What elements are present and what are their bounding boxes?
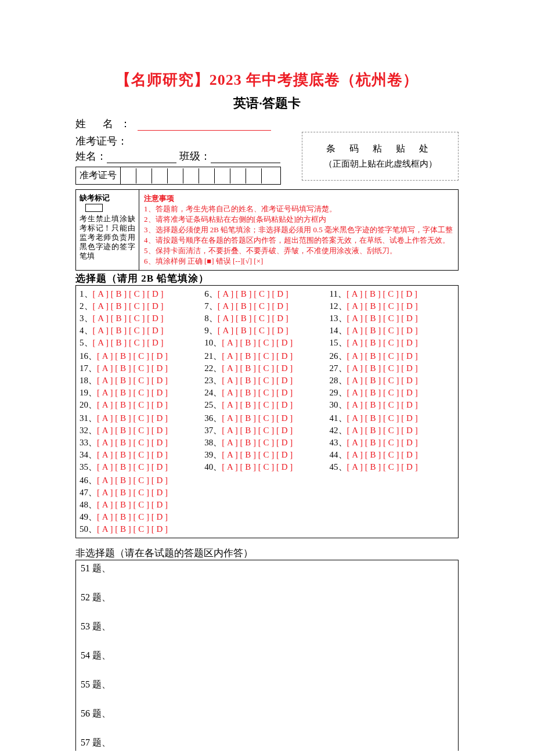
mc-question-row[interactable]: 32、[ A ] [ B ] [ C ] [ D ]: [80, 424, 204, 437]
mc-question-row[interactable]: 39、[ A ] [ B ] [ C ] [ D ]: [204, 449, 329, 461]
mc-question-row[interactable]: 15、[ A ] [ B ] [ C ] [ D ]: [330, 337, 454, 349]
nonmc-question-row[interactable]: 56 题、: [81, 708, 453, 719]
mc-question-row[interactable]: 29、[ A ] [ B ] [ C ] [ D ]: [330, 387, 454, 399]
mc-question-row[interactable]: 40、[ A ] [ B ] [ C ] [ D ]: [204, 461, 329, 473]
name-class-row: 姓名： 班级：: [75, 149, 290, 163]
mc-question-row[interactable]: 17、[ A ] [ B ] [ C ] [ D ]: [80, 362, 204, 375]
page-title: 【名师研究】2023 年中考摸底卷（杭州卷）: [75, 70, 459, 90]
mc-question-row[interactable]: 6、[ A ] [ B ] [ C ] [ D ]: [204, 288, 329, 300]
top-grid: 准考证号： 姓名： 班级： 准考证号 条 码 粘 贴 处: [75, 132, 459, 185]
mc-question-row[interactable]: 47、[ A ] [ B ] [ C ] [ D ]: [80, 487, 204, 499]
mc-question-row[interactable]: 38、[ A ] [ B ] [ C ] [ D ]: [204, 437, 329, 449]
mc-question-row[interactable]: 14、[ A ] [ B ] [ C ] [ D ]: [330, 325, 454, 337]
mc-question-row[interactable]: 48、[ A ] [ B ] [ C ] [ D ]: [80, 499, 204, 511]
exam-number-cell[interactable]: [136, 168, 152, 183]
barcode-area: 条 码 粘 贴 处 （正面朝上贴在此虚线框内）: [302, 132, 459, 181]
mc-question-row[interactable]: 42、[ A ] [ B ] [ C ] [ D ]: [330, 424, 454, 437]
mc-box: 1、[ A ] [ B ] [ C ] [ D ] 2、[ A ] [ B ] …: [75, 285, 459, 538]
mc-question-row[interactable]: 11、[ A ] [ B ] [ C ] [ D ]: [330, 288, 454, 300]
notice-item: 2、请将准考证条码粘贴在右侧的[条码粘贴处]的方框内: [144, 214, 453, 225]
exam-number-cell[interactable]: [246, 168, 262, 183]
mc-question-row[interactable]: 35、[ A ] [ B ] [ C ] [ D ]: [80, 461, 204, 473]
mc-question-row[interactable]: 7、[ A ] [ B ] [ C ] [ D ]: [204, 300, 329, 312]
name-underline[interactable]: [138, 120, 271, 131]
nonmc-question-row[interactable]: 54 题、: [81, 650, 453, 661]
nonmc-box: 51 题、52 题、53 题、54 题、55 题、56 题、57 题、: [75, 560, 459, 751]
answer-sheet-page: 【名师研究】2023 年中考摸底卷（杭州卷） 英语·答题卡 姓 名： 准考证号：…: [0, 0, 534, 751]
reg-label: 准考证号：: [75, 134, 290, 148]
absent-header: 缺考标记: [80, 193, 135, 203]
class-underline[interactable]: [211, 153, 280, 163]
nonmc-question-row[interactable]: 53 题、: [81, 621, 453, 632]
mc-question-row[interactable]: 23、[ A ] [ B ] [ C ] [ D ]: [204, 375, 329, 387]
mc-question-row[interactable]: 8、[ A ] [ B ] [ C ] [ D ]: [204, 312, 329, 325]
mc-question-row[interactable]: 44、[ A ] [ B ] [ C ] [ D ]: [330, 449, 454, 461]
mc-question-row[interactable]: 20、[ A ] [ B ] [ C ] [ D ]: [80, 399, 204, 411]
nonmc-header: 非选择题（请在各试题的答题区内作答）: [75, 546, 459, 560]
mc-question-row[interactable]: 31、[ A ] [ B ] [ C ] [ D ]: [80, 412, 204, 424]
name-label: 姓 名：: [75, 118, 138, 129]
mc-question-row[interactable]: 9、[ A ] [ B ] [ C ] [ D ]: [204, 325, 329, 337]
mc-question-row[interactable]: 13、[ A ] [ B ] [ C ] [ D ]: [330, 312, 454, 325]
mc-question-row[interactable]: 26、[ A ] [ B ] [ C ] [ D ]: [330, 350, 454, 362]
exam-number-cell[interactable]: [168, 168, 183, 183]
nonmc-question-row[interactable]: 57 题、: [81, 737, 453, 748]
mc-question-row[interactable]: 28、[ A ] [ B ] [ C ] [ D ]: [330, 375, 454, 387]
mc-question-row[interactable]: 43、[ A ] [ B ] [ C ] [ D ]: [330, 437, 454, 449]
notice-row: 缺考标记 考生禁止填涂缺考标记！只能由监考老师负责用黑色字迹的签字笔填 注意事项…: [75, 189, 459, 271]
notice-header: 注意事项: [144, 193, 453, 204]
notice-box: 注意事项 1、答题前，考生先将自己的姓名、准考证号码填写清楚。 2、请将准考证条…: [139, 190, 458, 270]
name2-label: 姓名：: [75, 150, 107, 162]
mc-question-row[interactable]: 34、[ A ] [ B ] [ C ] [ D ]: [80, 449, 204, 461]
mc-question-row[interactable]: 50、[ A ] [ B ] [ C ] [ D ]: [80, 523, 204, 535]
mc-question-row[interactable]: 36、[ A ] [ B ] [ C ] [ D ]: [204, 412, 329, 424]
mc-question-row[interactable]: 49、[ A ] [ B ] [ C ] [ D ]: [80, 511, 204, 523]
mc-question-row[interactable]: 16、[ A ] [ B ] [ C ] [ D ]: [80, 350, 204, 362]
mc-question-row[interactable]: 22、[ A ] [ B ] [ C ] [ D ]: [204, 362, 329, 375]
mc-question-row[interactable]: 37、[ A ] [ B ] [ C ] [ D ]: [204, 424, 329, 437]
mc-question-row[interactable]: 5、[ A ] [ B ] [ C ] [ D ]: [80, 337, 204, 349]
mc-question-row[interactable]: 21、[ A ] [ B ] [ C ] [ D ]: [204, 350, 329, 362]
mc-question-row[interactable]: 1、[ A ] [ B ] [ C ] [ D ]: [80, 288, 204, 300]
exam-number-label: 准考证号: [76, 167, 121, 184]
exam-number-cell[interactable]: [262, 168, 277, 183]
notice-item: 1、答题前，考生先将自己的姓名、准考证号码填写清楚。: [144, 204, 453, 214]
exam-number-boxes: 准考证号: [75, 167, 281, 185]
barcode-title: 条 码 粘 贴 处: [308, 143, 452, 155]
mc-question-row[interactable]: 45、[ A ] [ B ] [ C ] [ D ]: [330, 461, 454, 473]
mc-question-row[interactable]: 4、[ A ] [ B ] [ C ] [ D ]: [80, 325, 204, 337]
class-label: 班级：: [179, 150, 211, 162]
notice-item: 3、选择题必须使用 2B 铅笔填涂；非选择题必须用 0.5 毫米黑色字迹的签字笔…: [144, 225, 453, 235]
mc-question-row[interactable]: 10、[ A ] [ B ] [ C ] [ D ]: [204, 337, 329, 349]
name2-underline[interactable]: [107, 153, 176, 163]
mc-question-row[interactable]: 12、[ A ] [ B ] [ C ] [ D ]: [330, 300, 454, 312]
exam-number-cell[interactable]: [230, 168, 246, 183]
exam-number-cell[interactable]: [183, 168, 199, 183]
nonmc-question-row[interactable]: 51 题、: [81, 563, 453, 574]
notice-item: 6、填涂样例 正确 [■] 错误 [--][√] [×]: [144, 256, 453, 267]
mc-question-row[interactable]: 33、[ A ] [ B ] [ C ] [ D ]: [80, 437, 204, 449]
mc-question-row[interactable]: 41、[ A ] [ B ] [ C ] [ D ]: [330, 412, 454, 424]
mc-question-row[interactable]: 18、[ A ] [ B ] [ C ] [ D ]: [80, 375, 204, 387]
nonmc-question-row[interactable]: 55 题、: [81, 679, 453, 690]
absent-checkbox-icon: [85, 204, 103, 212]
mc-question-row[interactable]: 19、[ A ] [ B ] [ C ] [ D ]: [80, 387, 204, 399]
mc-question-row[interactable]: 3、[ A ] [ B ] [ C ] [ D ]: [80, 312, 204, 325]
barcode-sub: （正面朝上贴在此虚线框内）: [308, 159, 452, 170]
mc-question-row[interactable]: 46、[ A ] [ B ] [ C ] [ D ]: [80, 474, 204, 487]
notice-item: 4、请按题号顺序在各题的答题区内作答，超出范围的答案无效，在草纸、试卷上作答无效…: [144, 235, 453, 246]
exam-number-cell[interactable]: [199, 168, 215, 183]
mc-question-row[interactable]: 2、[ A ] [ B ] [ C ] [ D ]: [80, 300, 204, 312]
name-row: 姓 名：: [75, 117, 459, 131]
mc-question-row[interactable]: 27、[ A ] [ B ] [ C ] [ D ]: [330, 362, 454, 375]
nonmc-question-row[interactable]: 52 题、: [81, 592, 453, 603]
mc-question-row[interactable]: 25、[ A ] [ B ] [ C ] [ D ]: [204, 399, 329, 411]
exam-number-cell[interactable]: [121, 168, 136, 183]
exam-number-cell[interactable]: [215, 168, 230, 183]
mc-header: 选择题（请用 2B 铅笔填涂）: [75, 272, 459, 285]
exam-number-cell[interactable]: [152, 168, 168, 183]
mc-question-row[interactable]: 24、[ A ] [ B ] [ C ] [ D ]: [204, 387, 329, 399]
absent-box: 缺考标记 考生禁止填涂缺考标记！只能由监考老师负责用黑色字迹的签字笔填: [76, 190, 139, 270]
mc-question-row[interactable]: 30、[ A ] [ B ] [ C ] [ D ]: [330, 399, 454, 411]
page-subtitle: 英语·答题卡: [75, 95, 459, 112]
